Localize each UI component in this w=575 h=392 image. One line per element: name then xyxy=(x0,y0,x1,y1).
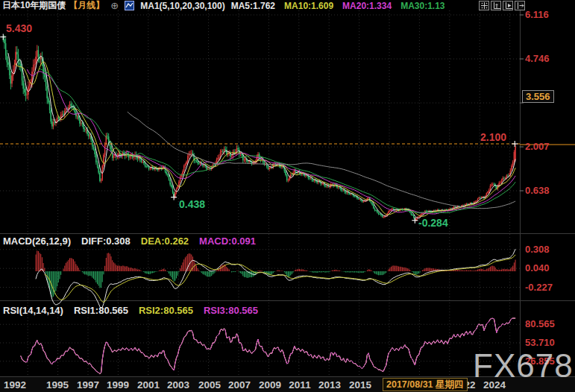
legend-item: DEA:0.262 xyxy=(141,235,189,247)
legend-item: MACD(26,12,9) xyxy=(3,235,71,247)
legend-item: RSI1:80.565 xyxy=(74,305,128,316)
rsi-header: RSI(14,14,14)RSI1:80.565RSI2:80.565RSI3:… xyxy=(3,305,258,316)
axis-value-label: 2.007 xyxy=(525,141,550,152)
legend-item: MA5:1.762 xyxy=(231,1,275,11)
time-axis-label: 1999 xyxy=(107,379,129,391)
chart-toolbar xyxy=(479,1,525,10)
chart-canvas[interactable] xyxy=(0,0,575,392)
time-axis-label: 2005 xyxy=(198,379,221,391)
marked-price-label: 2.100 xyxy=(480,131,506,143)
axis-value-label: 0.040 xyxy=(525,262,550,274)
time-axis-label: 2009 xyxy=(259,379,281,391)
axis-value-label: 53.710 xyxy=(525,337,555,348)
marked-price-label: -0.284 xyxy=(418,217,448,229)
ma-param-label: MA1(5,10,20,30,100) xyxy=(140,1,224,11)
time-axis-label: 1995 xyxy=(46,379,69,391)
crosshair-price-box: 3.556 xyxy=(522,90,554,103)
chart-header: 日本10年期国债 【月线】 ⊕ MA1(5,10,20,30,100) MA5:… xyxy=(2,0,445,11)
marked-price-label: 5.430 xyxy=(6,22,32,34)
marked-price-label: 0.438 xyxy=(179,198,205,210)
legend-item: MA30:1.13 xyxy=(400,1,444,11)
time-axis-label: 2015 xyxy=(349,379,371,391)
axis-value-label: 80.565 xyxy=(525,318,555,329)
time-axis-label: 2003 xyxy=(167,379,189,391)
ma-legend: MA5:1.762MA10:1.609MA20:1.334MA30:1.13 xyxy=(231,1,445,11)
pan-right-icon[interactable] xyxy=(515,1,525,10)
legend-item: RSI(14,14,14) xyxy=(3,305,63,316)
macd-header: MACD(26,12,9)DIFF:0.308DEA:0.262MACD:0.0… xyxy=(3,235,256,247)
time-axis-label: 1992 xyxy=(4,379,26,391)
watermark-logo: FX678 xyxy=(473,347,574,385)
time-axis-label: 1997 xyxy=(77,379,99,391)
legend-item: MA10:1.609 xyxy=(284,1,333,11)
time-axis-label: 2011 xyxy=(289,379,310,391)
time-axis-label: 2001 xyxy=(137,379,160,391)
axis-value-label: 0.308 xyxy=(525,244,550,255)
instrument-title: 日本10年期国债 xyxy=(2,0,66,12)
chart-window: 日本10年期国债 【月线】 ⊕ MA1(5,10,20,30,100) MA5:… xyxy=(0,0,575,392)
axis-value-label: 0.638 xyxy=(525,185,550,196)
play-axis-icon[interactable] xyxy=(503,1,513,10)
legend-item: MA20:1.334 xyxy=(342,1,392,11)
time-axis-label: 2007 xyxy=(228,379,251,391)
period-label: 【月线】 xyxy=(69,0,104,12)
axis-value-label: 4.746 xyxy=(525,53,550,64)
legend-item: MACD:0.091 xyxy=(199,235,256,247)
legend-item: RSI3:80.565 xyxy=(204,305,258,316)
legend-item: DIFF:0.308 xyxy=(81,235,131,247)
legend-item: RSI2:80.565 xyxy=(139,305,193,316)
axis-value-label: -0.227 xyxy=(525,282,553,293)
axis-value-label: 6.116 xyxy=(525,9,549,20)
time-axis-label: 2013 xyxy=(318,379,341,391)
zoom-axis-icon[interactable] xyxy=(491,1,501,10)
crosshair-icon[interactable] xyxy=(479,1,489,10)
crosshair-date-box: 2017/08/31 星期四 xyxy=(383,378,468,391)
chart-type-icon[interactable] xyxy=(125,1,134,10)
add-indicator-icon[interactable]: ⊕ xyxy=(110,0,119,11)
